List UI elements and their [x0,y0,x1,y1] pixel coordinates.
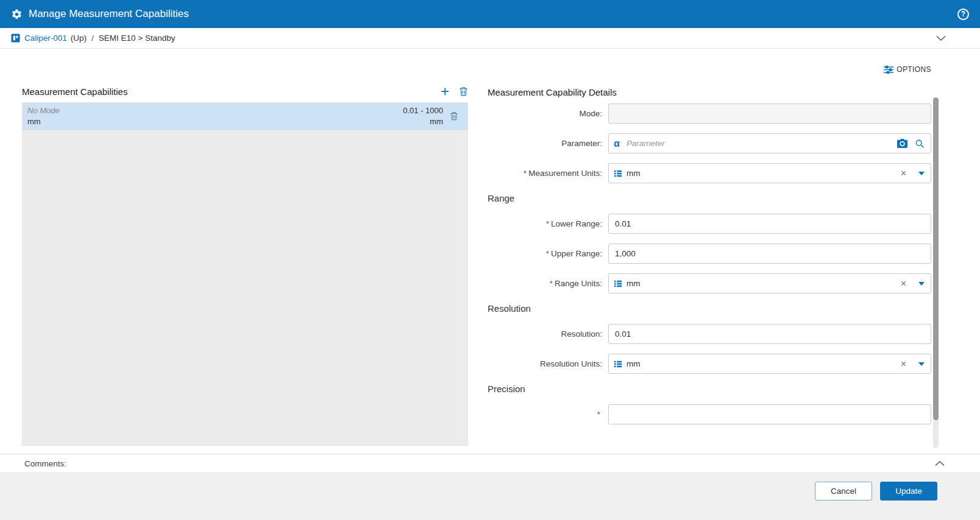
mode-row: Mode: [488,104,931,124]
item-mode: No Mode [27,106,60,115]
mode-label: Mode: [488,109,608,118]
list-icon [614,169,622,178]
resolution-units-value: mm [627,359,641,368]
options-icon [884,66,893,74]
chevron-up-icon[interactable] [935,460,945,466]
resolution-section-heading: Resolution [488,303,931,314]
vertical-scrollbar-track[interactable] [933,97,939,448]
page-title: Manage Measurement Capabilities [29,8,189,20]
breadcrumb-device-link[interactable]: Caliper-001 [24,33,67,43]
plus-icon: + [441,86,449,97]
precision-partial-label: * [488,410,608,419]
precision-partial-input[interactable] [608,404,931,424]
footer-bar: Cancel Update [0,473,980,520]
resolution-units-label: Resolution Units: [488,359,608,368]
cancel-button[interactable]: Cancel [815,482,872,501]
capability-list: No Mode 0.01 - 1000 mm mm [22,102,468,446]
lower-range-row: *Lower Range: [488,214,931,234]
range-units-select[interactable]: mm × [608,273,931,293]
alpha-icon: α [614,138,620,149]
delete-row-button[interactable] [443,106,465,126]
item-range: 0.01 - 1000 [403,106,443,115]
details-panel-title: Measurement Capability Details [488,87,931,97]
parameter-row: Parameter: α [488,133,931,153]
clear-icon[interactable]: × [901,169,906,178]
search-button[interactable] [915,139,925,149]
gear-icon [11,9,23,20]
required-marker: * [550,279,553,288]
parameter-label: Parameter: [488,139,608,148]
resolution-units-select[interactable]: mm × [608,354,931,374]
required-marker: * [597,410,600,419]
vertical-scrollbar-thumb[interactable] [933,97,939,420]
main-content: OPTIONS Measurement Capabilities + [0,49,980,454]
precision-row-partial: * [488,404,931,424]
measurement-units-select[interactable]: mm × [608,163,931,183]
range-units-row: *Range Units: mm × [488,273,931,293]
upper-range-row: *Upper Range: [488,244,931,264]
measurement-units-row: *Measurement Units: mm × [488,163,931,183]
upper-range-label: *Upper Range: [488,249,608,258]
required-marker: * [546,249,549,258]
equipment-icon [11,33,20,43]
app-header: Manage Measurement Capabilities ? [0,0,980,28]
item-range-units: mm [430,117,443,126]
required-marker: * [546,219,549,228]
comments-label: Comments: [24,459,66,468]
search-icon [915,139,925,149]
resolution-input[interactable] [608,324,931,344]
parameter-input[interactable] [625,133,890,153]
trash-icon [459,86,468,96]
options-label: OPTIONS [897,65,931,74]
list-item-content: No Mode 0.01 - 1000 mm mm [27,106,443,126]
comments-section: Comments: [0,454,980,473]
lower-range-label: *Lower Range: [488,219,608,228]
clear-icon[interactable]: × [901,279,906,289]
app-window: Manage Measurement Capabilities ? Calipe… [0,0,980,520]
capabilities-panel-title: Measurement Capabilities [22,86,127,97]
required-marker: * [524,169,527,178]
capture-button[interactable] [897,139,907,148]
resolution-units-row: Resolution Units: mm × [488,354,931,374]
breadcrumb-separator: / [91,33,94,43]
upper-range-input[interactable] [608,244,931,264]
delete-capability-button[interactable] [459,86,468,96]
details-panel: Measurement Capability Details Mode: Par… [488,87,931,437]
list-icon [614,360,622,368]
dropdown-caret-icon[interactable] [918,172,925,175]
mode-input [608,104,931,124]
breadcrumb: Caliper-001 (Up) / SEMI E10 > Standby [0,28,980,49]
capabilities-panel-header: Measurement Capabilities + [22,86,468,97]
clear-icon[interactable]: × [901,359,906,369]
add-capability-button[interactable]: + [441,86,449,97]
options-button[interactable]: OPTIONS [884,65,931,74]
dropdown-caret-icon[interactable] [918,362,925,366]
precision-section-heading: Precision [488,384,931,394]
chevron-down-icon[interactable] [936,35,946,41]
range-units-label: *Range Units: [488,279,608,288]
help-icon[interactable]: ? [957,9,969,20]
measurement-units-label: *Measurement Units: [488,169,608,178]
parameter-field: α [608,133,931,153]
capabilities-panel: Measurement Capabilities + [22,86,468,446]
resolution-label: Resolution: [488,329,608,339]
dropdown-caret-icon[interactable] [918,282,925,286]
list-icon [614,279,622,288]
lower-range-input[interactable] [608,214,931,234]
update-button[interactable]: Update [880,482,937,501]
camera-icon [897,139,907,148]
measurement-units-value: mm [627,169,641,178]
range-section-heading: Range [488,193,931,203]
breadcrumb-up-link[interactable]: (Up) [71,33,87,43]
range-units-value: mm [627,279,641,288]
resolution-row: Resolution: [488,324,931,344]
list-item[interactable]: No Mode 0.01 - 1000 mm mm [23,103,467,130]
breadcrumb-path: SEMI E10 > Standby [99,33,176,43]
trash-icon [450,111,458,121]
item-measurement-units: mm [27,117,41,126]
